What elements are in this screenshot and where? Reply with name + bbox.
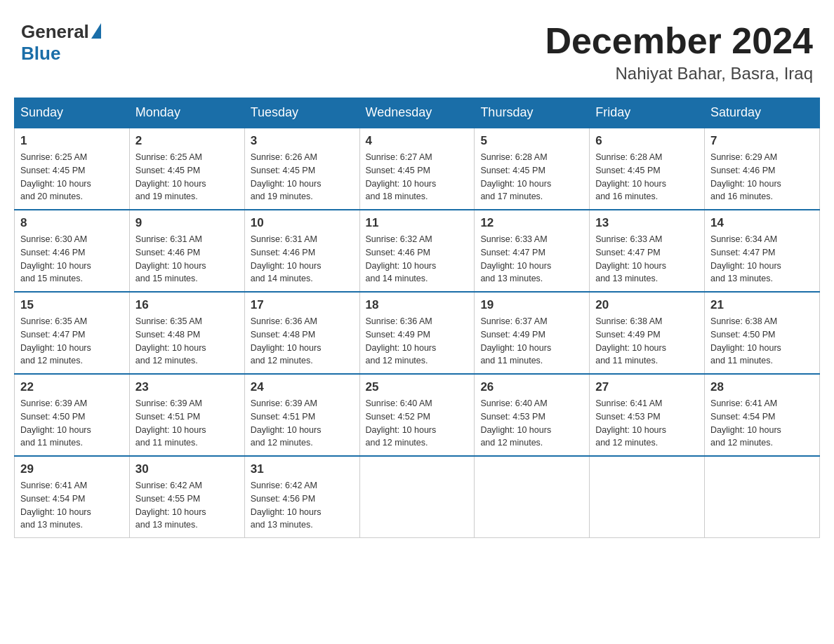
day-cell <box>590 456 705 538</box>
month-title: December 2024 <box>545 21 813 61</box>
day-cell: 21 Sunrise: 6:38 AMSunset: 4:50 PMDaylig… <box>705 292 820 374</box>
week-row-2: 8 Sunrise: 6:30 AMSunset: 4:46 PMDayligh… <box>15 210 820 292</box>
day-cell <box>475 456 590 538</box>
day-number: 26 <box>480 380 583 394</box>
header-cell-sunday: Sunday <box>15 98 130 128</box>
day-number: 4 <box>366 134 469 148</box>
day-number: 23 <box>135 380 239 394</box>
day-info: Sunrise: 6:29 AMSunset: 4:46 PMDaylight:… <box>710 151 814 203</box>
day-info: Sunrise: 6:28 AMSunset: 4:45 PMDaylight:… <box>480 151 583 203</box>
day-cell <box>359 456 475 538</box>
day-number: 5 <box>480 134 583 148</box>
day-cell: 18 Sunrise: 6:36 AMSunset: 4:49 PMDaylig… <box>359 292 475 374</box>
week-row-5: 29 Sunrise: 6:41 AMSunset: 4:54 PMDaylig… <box>15 456 820 538</box>
day-cell: 24 Sunrise: 6:39 AMSunset: 4:51 PMDaylig… <box>244 374 359 456</box>
day-number: 25 <box>366 380 469 394</box>
header-cell-friday: Friday <box>590 98 705 128</box>
day-info: Sunrise: 6:25 AMSunset: 4:45 PMDaylight:… <box>135 151 239 203</box>
day-number: 6 <box>595 134 699 148</box>
day-cell: 19 Sunrise: 6:37 AMSunset: 4:49 PMDaylig… <box>475 292 590 374</box>
week-row-1: 1 Sunrise: 6:25 AMSunset: 4:45 PMDayligh… <box>15 128 820 210</box>
header-cell-wednesday: Wednesday <box>359 98 475 128</box>
day-cell: 31 Sunrise: 6:42 AMSunset: 4:56 PMDaylig… <box>244 456 359 538</box>
day-cell: 12 Sunrise: 6:33 AMSunset: 4:47 PMDaylig… <box>475 210 590 292</box>
day-number: 14 <box>710 216 814 230</box>
day-number: 31 <box>251 462 354 476</box>
day-cell: 22 Sunrise: 6:39 AMSunset: 4:50 PMDaylig… <box>15 374 130 456</box>
title-area: December 2024 Nahiyat Bahar, Basra, Iraq <box>545 21 813 83</box>
day-number: 19 <box>480 298 583 312</box>
day-cell: 20 Sunrise: 6:38 AMSunset: 4:49 PMDaylig… <box>590 292 705 374</box>
day-info: Sunrise: 6:38 AMSunset: 4:50 PMDaylight:… <box>710 315 814 368</box>
day-info: Sunrise: 6:36 AMSunset: 4:49 PMDaylight:… <box>366 315 469 368</box>
day-cell: 25 Sunrise: 6:40 AMSunset: 4:52 PMDaylig… <box>359 374 475 456</box>
location-title: Nahiyat Bahar, Basra, Iraq <box>545 64 813 83</box>
day-cell: 7 Sunrise: 6:29 AMSunset: 4:46 PMDayligh… <box>705 128 820 210</box>
day-cell: 5 Sunrise: 6:28 AMSunset: 4:45 PMDayligh… <box>475 128 590 210</box>
day-cell: 14 Sunrise: 6:34 AMSunset: 4:47 PMDaylig… <box>705 210 820 292</box>
week-row-4: 22 Sunrise: 6:39 AMSunset: 4:50 PMDaylig… <box>15 374 820 456</box>
day-number: 3 <box>251 134 354 148</box>
logo: General Blue <box>21 21 101 65</box>
day-cell: 3 Sunrise: 6:26 AMSunset: 4:45 PMDayligh… <box>244 128 359 210</box>
logo-triangle-icon <box>91 23 101 39</box>
day-info: Sunrise: 6:41 AMSunset: 4:54 PMDaylight:… <box>710 397 814 450</box>
day-number: 2 <box>135 134 239 148</box>
day-number: 15 <box>20 298 124 312</box>
day-info: Sunrise: 6:38 AMSunset: 4:49 PMDaylight:… <box>595 315 699 368</box>
calendar-header: SundayMondayTuesdayWednesdayThursdayFrid… <box>15 98 820 128</box>
day-cell: 9 Sunrise: 6:31 AMSunset: 4:46 PMDayligh… <box>129 210 244 292</box>
logo-general-text: General <box>21 21 89 43</box>
day-info: Sunrise: 6:26 AMSunset: 4:45 PMDaylight:… <box>251 151 354 203</box>
header-cell-monday: Monday <box>129 98 244 128</box>
day-info: Sunrise: 6:36 AMSunset: 4:48 PMDaylight:… <box>251 315 354 368</box>
day-info: Sunrise: 6:37 AMSunset: 4:49 PMDaylight:… <box>480 315 583 368</box>
day-info: Sunrise: 6:40 AMSunset: 4:52 PMDaylight:… <box>366 397 469 450</box>
day-info: Sunrise: 6:27 AMSunset: 4:45 PMDaylight:… <box>366 151 469 203</box>
day-number: 1 <box>20 134 124 148</box>
day-cell: 10 Sunrise: 6:31 AMSunset: 4:46 PMDaylig… <box>244 210 359 292</box>
day-cell: 15 Sunrise: 6:35 AMSunset: 4:47 PMDaylig… <box>15 292 130 374</box>
day-cell: 17 Sunrise: 6:36 AMSunset: 4:48 PMDaylig… <box>244 292 359 374</box>
day-number: 17 <box>251 298 354 312</box>
day-cell: 1 Sunrise: 6:25 AMSunset: 4:45 PMDayligh… <box>15 128 130 210</box>
day-info: Sunrise: 6:33 AMSunset: 4:47 PMDaylight:… <box>480 233 583 286</box>
day-cell: 16 Sunrise: 6:35 AMSunset: 4:48 PMDaylig… <box>129 292 244 374</box>
day-number: 30 <box>135 462 239 476</box>
day-info: Sunrise: 6:31 AMSunset: 4:46 PMDaylight:… <box>251 233 354 286</box>
day-cell: 4 Sunrise: 6:27 AMSunset: 4:45 PMDayligh… <box>359 128 475 210</box>
day-number: 27 <box>595 380 699 394</box>
day-cell: 13 Sunrise: 6:33 AMSunset: 4:47 PMDaylig… <box>590 210 705 292</box>
header-cell-tuesday: Tuesday <box>244 98 359 128</box>
day-cell: 29 Sunrise: 6:41 AMSunset: 4:54 PMDaylig… <box>15 456 130 538</box>
header-cell-thursday: Thursday <box>475 98 590 128</box>
day-number: 18 <box>366 298 469 312</box>
day-info: Sunrise: 6:25 AMSunset: 4:45 PMDaylight:… <box>20 151 124 203</box>
header-cell-saturday: Saturday <box>705 98 820 128</box>
day-number: 10 <box>251 216 354 230</box>
day-info: Sunrise: 6:39 AMSunset: 4:51 PMDaylight:… <box>135 397 239 450</box>
day-number: 12 <box>480 216 583 230</box>
day-cell <box>705 456 820 538</box>
day-number: 7 <box>710 134 814 148</box>
day-info: Sunrise: 6:30 AMSunset: 4:46 PMDaylight:… <box>20 233 124 286</box>
day-number: 29 <box>20 462 124 476</box>
day-info: Sunrise: 6:41 AMSunset: 4:54 PMDaylight:… <box>20 479 124 532</box>
day-number: 28 <box>710 380 814 394</box>
day-info: Sunrise: 6:31 AMSunset: 4:46 PMDaylight:… <box>135 233 239 286</box>
day-info: Sunrise: 6:42 AMSunset: 4:56 PMDaylight:… <box>251 479 354 532</box>
day-cell: 28 Sunrise: 6:41 AMSunset: 4:54 PMDaylig… <box>705 374 820 456</box>
header: General Blue December 2024 Nahiyat Bahar… <box>14 14 820 83</box>
day-cell: 26 Sunrise: 6:40 AMSunset: 4:53 PMDaylig… <box>475 374 590 456</box>
logo-top: General <box>21 21 101 43</box>
header-row: SundayMondayTuesdayWednesdayThursdayFrid… <box>15 98 820 128</box>
day-number: 21 <box>710 298 814 312</box>
day-cell: 8 Sunrise: 6:30 AMSunset: 4:46 PMDayligh… <box>15 210 130 292</box>
day-cell: 6 Sunrise: 6:28 AMSunset: 4:45 PMDayligh… <box>590 128 705 210</box>
day-info: Sunrise: 6:33 AMSunset: 4:47 PMDaylight:… <box>595 233 699 286</box>
week-row-3: 15 Sunrise: 6:35 AMSunset: 4:47 PMDaylig… <box>15 292 820 374</box>
day-number: 20 <box>595 298 699 312</box>
day-info: Sunrise: 6:32 AMSunset: 4:46 PMDaylight:… <box>366 233 469 286</box>
day-number: 16 <box>135 298 239 312</box>
day-info: Sunrise: 6:28 AMSunset: 4:45 PMDaylight:… <box>595 151 699 203</box>
